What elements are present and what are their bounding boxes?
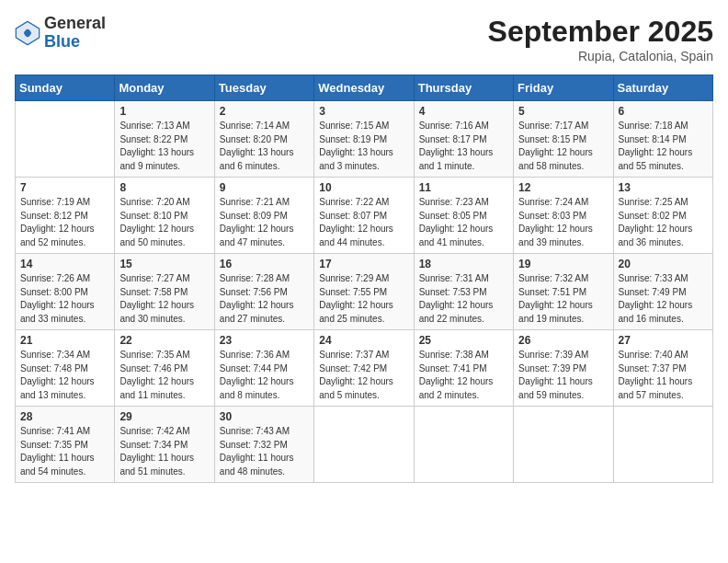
day-info: Sunrise: 7:14 AM Sunset: 8:20 PM Dayligh… [220, 120, 309, 173]
day-number: 3 [319, 105, 408, 118]
calendar-cell: 20Sunrise: 7:33 AM Sunset: 7:49 PM Dayli… [613, 254, 712, 330]
day-info: Sunrise: 7:29 AM Sunset: 7:55 PM Dayligh… [319, 272, 408, 326]
day-number: 12 [518, 181, 608, 194]
calendar-cell: 6Sunrise: 7:18 AM Sunset: 8:14 PM Daylig… [613, 101, 712, 178]
calendar-cell: 27Sunrise: 7:40 AM Sunset: 7:37 PM Dayli… [613, 330, 712, 407]
day-of-week-header: Tuesday [214, 75, 313, 101]
day-info: Sunrise: 7:42 AM Sunset: 7:34 PM Dayligh… [119, 425, 209, 478]
logo-text: General Blue [44, 15, 106, 52]
day-number: 18 [419, 258, 508, 270]
day-of-week-header: Saturday [613, 75, 712, 101]
day-number: 9 [220, 181, 309, 194]
day-number: 4 [419, 105, 508, 118]
day-number: 22 [119, 334, 209, 347]
calendar-cell: 28Sunrise: 7:41 AM Sunset: 7:35 PM Dayli… [16, 407, 115, 483]
calendar-cell [16, 101, 115, 178]
day-info: Sunrise: 7:28 AM Sunset: 7:56 PM Dayligh… [220, 272, 309, 326]
day-info: Sunrise: 7:16 AM Sunset: 8:17 PM Dayligh… [419, 120, 508, 173]
calendar-cell [514, 407, 613, 483]
logo: General Blue [15, 15, 106, 52]
day-number: 5 [518, 105, 608, 118]
day-number: 7 [20, 181, 109, 194]
calendar-cell: 24Sunrise: 7:37 AM Sunset: 7:42 PM Dayli… [314, 330, 414, 407]
calendar-week-row: 7Sunrise: 7:19 AM Sunset: 8:12 PM Daylig… [16, 178, 713, 254]
day-info: Sunrise: 7:33 AM Sunset: 7:49 PM Dayligh… [619, 272, 708, 326]
day-info: Sunrise: 7:26 AM Sunset: 8:00 PM Dayligh… [20, 272, 109, 326]
calendar-cell: 23Sunrise: 7:36 AM Sunset: 7:44 PM Dayli… [214, 330, 313, 407]
calendar-cell: 12Sunrise: 7:24 AM Sunset: 8:03 PM Dayli… [514, 178, 613, 254]
day-info: Sunrise: 7:13 AM Sunset: 8:22 PM Dayligh… [119, 120, 209, 173]
day-info: Sunrise: 7:17 AM Sunset: 8:15 PM Dayligh… [518, 120, 608, 173]
calendar-cell: 30Sunrise: 7:43 AM Sunset: 7:32 PM Dayli… [214, 407, 313, 483]
day-info: Sunrise: 7:21 AM Sunset: 8:09 PM Dayligh… [220, 196, 309, 249]
day-number: 15 [119, 258, 209, 270]
logo-icon [15, 20, 40, 46]
day-number: 24 [319, 334, 408, 347]
day-info: Sunrise: 7:20 AM Sunset: 8:10 PM Dayligh… [119, 196, 209, 249]
day-number: 25 [419, 334, 508, 347]
day-number: 1 [119, 105, 209, 118]
day-number: 27 [619, 334, 708, 347]
calendar-cell: 16Sunrise: 7:28 AM Sunset: 7:56 PM Dayli… [214, 254, 313, 330]
calendar-cell [414, 407, 513, 483]
calendar-cell: 9Sunrise: 7:21 AM Sunset: 8:09 PM Daylig… [214, 178, 313, 254]
calendar-cell: 13Sunrise: 7:25 AM Sunset: 8:02 PM Dayli… [613, 178, 712, 254]
calendar-cell: 7Sunrise: 7:19 AM Sunset: 8:12 PM Daylig… [16, 178, 115, 254]
day-number: 29 [119, 410, 209, 423]
day-info: Sunrise: 7:27 AM Sunset: 7:58 PM Dayligh… [119, 272, 209, 326]
day-info: Sunrise: 7:39 AM Sunset: 7:39 PM Dayligh… [518, 349, 608, 402]
day-number: 19 [518, 258, 608, 270]
day-of-week-header: Sunday [16, 75, 115, 101]
day-info: Sunrise: 7:23 AM Sunset: 8:05 PM Dayligh… [419, 196, 508, 249]
calendar-cell: 25Sunrise: 7:38 AM Sunset: 7:41 PM Dayli… [414, 330, 513, 407]
day-info: Sunrise: 7:38 AM Sunset: 7:41 PM Dayligh… [419, 349, 508, 402]
calendar-cell: 4Sunrise: 7:16 AM Sunset: 8:17 PM Daylig… [414, 101, 513, 178]
day-number: 26 [518, 334, 608, 347]
calendar-cell [314, 407, 414, 483]
calendar-cell: 2Sunrise: 7:14 AM Sunset: 8:20 PM Daylig… [214, 101, 313, 178]
calendar-cell: 11Sunrise: 7:23 AM Sunset: 8:05 PM Dayli… [414, 178, 513, 254]
day-number: 11 [419, 181, 508, 194]
calendar-week-row: 1Sunrise: 7:13 AM Sunset: 8:22 PM Daylig… [16, 101, 713, 178]
day-info: Sunrise: 7:41 AM Sunset: 7:35 PM Dayligh… [20, 425, 109, 478]
calendar-table: SundayMondayTuesdayWednesdayThursdayFrid… [15, 75, 713, 483]
day-number: 23 [220, 334, 309, 347]
day-info: Sunrise: 7:31 AM Sunset: 7:53 PM Dayligh… [419, 272, 508, 326]
day-info: Sunrise: 7:18 AM Sunset: 8:14 PM Dayligh… [619, 120, 708, 173]
day-info: Sunrise: 7:32 AM Sunset: 7:51 PM Dayligh… [518, 272, 608, 326]
calendar-cell: 22Sunrise: 7:35 AM Sunset: 7:46 PM Dayli… [115, 330, 214, 407]
day-info: Sunrise: 7:22 AM Sunset: 8:07 PM Dayligh… [319, 196, 408, 249]
calendar-week-row: 21Sunrise: 7:34 AM Sunset: 7:48 PM Dayli… [16, 330, 713, 407]
calendar-cell: 15Sunrise: 7:27 AM Sunset: 7:58 PM Dayli… [115, 254, 214, 330]
calendar-cell: 19Sunrise: 7:32 AM Sunset: 7:51 PM Dayli… [514, 254, 613, 330]
calendar-week-row: 14Sunrise: 7:26 AM Sunset: 8:00 PM Dayli… [16, 254, 713, 330]
day-number: 28 [20, 410, 109, 423]
calendar-cell: 21Sunrise: 7:34 AM Sunset: 7:48 PM Dayli… [16, 330, 115, 407]
calendar-cell: 3Sunrise: 7:15 AM Sunset: 8:19 PM Daylig… [314, 101, 414, 178]
calendar-cell: 10Sunrise: 7:22 AM Sunset: 8:07 PM Dayli… [314, 178, 414, 254]
calendar-week-row: 28Sunrise: 7:41 AM Sunset: 7:35 PM Dayli… [16, 407, 713, 483]
calendar-cell: 8Sunrise: 7:20 AM Sunset: 8:10 PM Daylig… [115, 178, 214, 254]
day-info: Sunrise: 7:25 AM Sunset: 8:02 PM Dayligh… [619, 196, 708, 249]
calendar-header-row: SundayMondayTuesdayWednesdayThursdayFrid… [16, 75, 713, 101]
day-number: 10 [319, 181, 408, 194]
calendar-cell: 26Sunrise: 7:39 AM Sunset: 7:39 PM Dayli… [514, 330, 613, 407]
calendar-cell: 1Sunrise: 7:13 AM Sunset: 8:22 PM Daylig… [115, 101, 214, 178]
day-number: 14 [20, 258, 109, 270]
page-header: General Blue September 2025 Rupia, Catal… [15, 15, 713, 63]
calendar-cell: 18Sunrise: 7:31 AM Sunset: 7:53 PM Dayli… [414, 254, 513, 330]
day-of-week-header: Thursday [414, 75, 513, 101]
day-info: Sunrise: 7:36 AM Sunset: 7:44 PM Dayligh… [220, 349, 309, 402]
day-info: Sunrise: 7:43 AM Sunset: 7:32 PM Dayligh… [220, 425, 309, 478]
day-info: Sunrise: 7:35 AM Sunset: 7:46 PM Dayligh… [119, 349, 209, 402]
day-info: Sunrise: 7:15 AM Sunset: 8:19 PM Dayligh… [319, 120, 408, 173]
day-of-week-header: Friday [514, 75, 613, 101]
day-info: Sunrise: 7:34 AM Sunset: 7:48 PM Dayligh… [20, 349, 109, 402]
month-title: September 2025 [488, 15, 713, 49]
calendar-cell: 29Sunrise: 7:42 AM Sunset: 7:34 PM Dayli… [115, 407, 214, 483]
calendar-cell: 17Sunrise: 7:29 AM Sunset: 7:55 PM Dayli… [314, 254, 414, 330]
calendar-body: 1Sunrise: 7:13 AM Sunset: 8:22 PM Daylig… [16, 101, 713, 483]
day-number: 21 [20, 334, 109, 347]
day-of-week-header: Monday [115, 75, 214, 101]
day-number: 13 [619, 181, 708, 194]
